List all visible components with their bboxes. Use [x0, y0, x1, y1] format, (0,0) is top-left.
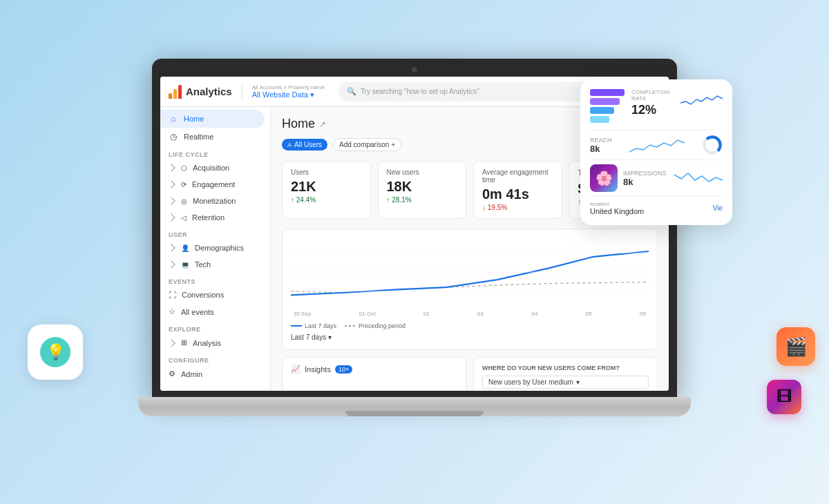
events-section: EVENTS	[160, 273, 270, 287]
sidebar: ⌂ Home ◷ Realtime LIFE CYCLE ⬡ Acquisiti…	[160, 107, 271, 391]
impressions-row: 🌸 IMPRESSIONS 8k	[590, 159, 723, 196]
search-placeholder: Try searching "how to set up Analytics"	[361, 88, 479, 95]
logo-bar-3	[178, 85, 182, 99]
sidebar-item-demographics[interactable]: 👤 Demographics	[160, 240, 270, 256]
tech-icon: 💻	[181, 261, 189, 269]
configure-section: CONFIGURE	[160, 351, 270, 365]
completion-rate-label: COMPLETION RATE	[631, 89, 674, 101]
floating-reel-icon-1: 🎬	[776, 327, 815, 366]
all-users-icon: A	[287, 142, 292, 148]
metric-change-engagement: ↓ 19.5%	[482, 204, 553, 211]
logo-bar-2	[173, 89, 177, 99]
reach-value: 8k	[590, 144, 612, 154]
users-source-card: WHERE DO YOUR NEW USERS COME FROM? New u…	[473, 357, 658, 391]
legend-preceding: Preceding period	[345, 322, 406, 329]
all-users-badge[interactable]: A All Users	[282, 139, 327, 151]
expand-arrow-tech	[167, 260, 175, 268]
legend-line-solid	[291, 325, 302, 327]
property-name[interactable]: All Website Data ▾	[252, 90, 325, 99]
reel-icon-2: 🎞	[776, 388, 792, 406]
plus-icon: +	[391, 141, 395, 148]
insights-badge: 10+	[335, 365, 352, 374]
expand-arrow-dem	[167, 244, 175, 251]
logo-bar-1	[169, 93, 172, 99]
retention-icon: ◁	[181, 214, 187, 222]
acquisition-icon: ⬡	[181, 164, 187, 172]
expand-arrow-mon	[167, 197, 175, 204]
impressions-value: 8k	[623, 177, 669, 187]
external-link-icon: ↗	[319, 119, 326, 129]
users-source-title: WHERE DO YOUR NEW USERS COME FROM?	[482, 365, 649, 371]
add-comparison-button[interactable]: Add comparison +	[333, 138, 401, 151]
metric-users: Users 21K ↑ 24.4%	[282, 161, 371, 219]
bar-light-blue	[590, 116, 609, 123]
sidebar-item-acquisition[interactable]: ⬡ Acquisition	[160, 159, 270, 176]
laptop: COMPLETION RATE 12% REACH 8k �	[138, 59, 691, 445]
chevron-down-icon: ▾	[576, 378, 580, 386]
location-value: United Kingdom	[590, 207, 644, 215]
home-icon: ⌂	[169, 114, 178, 124]
floating-analytics-card: COMPLETION RATE 12% REACH 8k �	[580, 79, 732, 225]
camera	[412, 67, 417, 72]
chart-area: 30 Sep 01 Oct 02 03 04 05 06 Last 7 days	[282, 229, 658, 350]
app-title: Analytics	[186, 86, 232, 97]
chevron-down-icon: ▾	[328, 333, 332, 341]
expand-arrow-ret	[167, 213, 175, 221]
analysis-icon: ⊞	[181, 338, 187, 347]
sidebar-item-home[interactable]: ⌂ Home	[160, 110, 265, 128]
metric-label-engagement: Average engagement time	[482, 168, 553, 184]
completion-rate-value: 12%	[631, 103, 674, 117]
insights-card: 📈 Insights 10+	[282, 357, 466, 391]
floating-lightbulb-card: 💡	[28, 324, 83, 380]
reel-icon: 🎬	[785, 336, 807, 358]
sidebar-item-retention[interactable]: ◁ Retention	[160, 209, 270, 226]
reach-stat-row: REACH 8k	[590, 130, 723, 159]
floating-reel-icon-2: 🎞	[767, 380, 801, 414]
metric-change-users: ↑ 24.4%	[291, 196, 362, 204]
sidebar-item-admin[interactable]: ⚙ Admin	[160, 365, 270, 382]
sidebar-item-realtime[interactable]: ◷ Realtime	[160, 128, 270, 146]
metric-value-users: 21K	[291, 179, 362, 195]
completion-info: COMPLETION RATE 12%	[631, 89, 674, 117]
bottom-row: 📈 Insights 10+ WHERE DO YOUR NEW USERS C…	[282, 357, 658, 391]
chart-x-labels: 30 Sep 01 Oct 02 03 04 05 06	[291, 311, 649, 317]
clock-icon: ◷	[169, 132, 178, 142]
impressions-label: IMPRESSIONS	[623, 170, 669, 177]
sidebar-item-tech[interactable]: 💻 Tech	[160, 256, 270, 273]
impressions-chart	[674, 168, 723, 188]
metric-engagement: Average engagement time 0m 41s ↓ 19.5%	[473, 161, 562, 219]
lifecycle-section: LIFE CYCLE	[160, 146, 270, 159]
reach-label: REACH	[590, 137, 612, 144]
search-icon: 🔍	[347, 87, 356, 96]
reach-chart	[629, 135, 685, 155]
legend-last7: Last 7 days	[291, 322, 336, 329]
main-chart	[291, 238, 649, 307]
user-section: USER	[160, 226, 270, 240]
all-events-icon: ☆	[169, 307, 175, 316]
date-range-button[interactable]: Last 7 days ▾	[291, 333, 649, 341]
sidebar-item-all-events[interactable]: ☆ All events	[160, 303, 270, 320]
flower-thumbnail: 🌸	[590, 164, 618, 192]
sidebar-item-conversions[interactable]: ⛶ Conversions	[160, 287, 270, 303]
lightbulb-icon: 💡	[40, 337, 70, 367]
expand-arrow	[167, 164, 175, 171]
users-source-dropdown[interactable]: New users by User medium ▾	[482, 376, 649, 389]
breadcrumb: All Accounts > Property name	[252, 84, 325, 90]
bar-blue	[590, 107, 614, 114]
laptop-base	[138, 397, 691, 416]
color-bars	[590, 89, 625, 123]
sidebar-item-analysis[interactable]: ⊞ Analysis	[160, 334, 270, 351]
metric-value-new-users: 18K	[387, 179, 458, 195]
sidebar-item-engagement[interactable]: ⟳ Engagement	[160, 176, 270, 193]
view-link[interactable]: Vie	[713, 204, 723, 212]
chevron-down-icon: ▾	[310, 90, 314, 99]
bar-purple	[590, 89, 625, 96]
sidebar-item-monetization[interactable]: ◎ Monetization	[160, 193, 270, 209]
monetization-icon: ◎	[181, 197, 187, 205]
demographics-icon: 👤	[181, 244, 189, 252]
metric-label-new-users: New users	[387, 168, 458, 176]
metric-new-users: New users 18K ↑ 28.1%	[378, 161, 467, 219]
metric-value-engagement: 0m 41s	[482, 186, 553, 202]
property-selector[interactable]: All Accounts > Property name All Website…	[252, 84, 325, 99]
page-title: Home	[282, 117, 315, 131]
